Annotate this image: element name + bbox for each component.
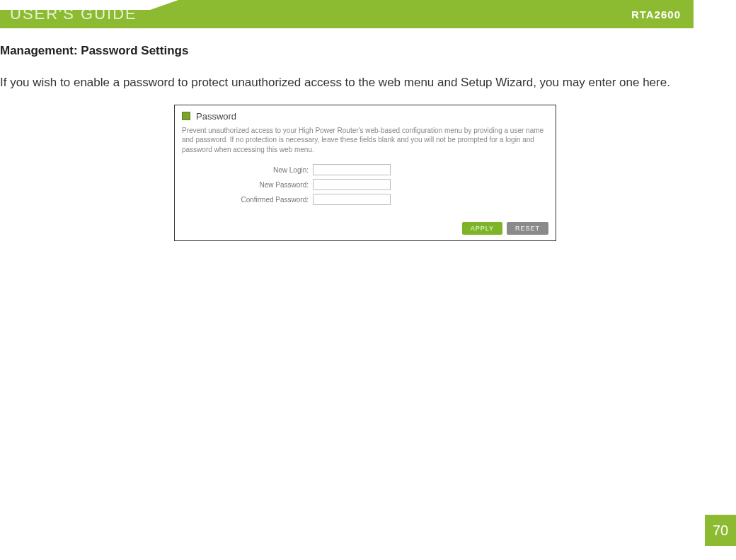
page-number: 70 (705, 515, 736, 546)
form-row-login: New Login: (182, 164, 548, 175)
panel-buttons: APPLY RESET (182, 222, 548, 235)
section-description: If you wish to enable a password to prot… (0, 74, 730, 92)
confirm-password-input[interactable] (313, 194, 391, 205)
header-tab-diagonal (150, 0, 178, 10)
form-row-confirm: Confirmed Password: (182, 194, 548, 205)
header-model: RTA2600 (631, 8, 681, 21)
panel-heading-text: Password (196, 111, 236, 122)
reset-button[interactable]: RESET (507, 222, 548, 235)
confirm-password-label: Confirmed Password: (182, 196, 313, 204)
new-login-label: New Login: (182, 166, 313, 174)
new-password-input[interactable] (313, 179, 391, 190)
password-panel: Password Prevent unauthorized access to … (174, 105, 556, 242)
header-tab-notch (0, 0, 150, 10)
panel-heading: Password (182, 111, 548, 122)
apply-button[interactable]: APPLY (462, 222, 502, 235)
new-password-label: New Password: (182, 181, 313, 189)
form-row-password: New Password: (182, 179, 548, 190)
panel-description: Prevent unauthorized access to your High… (182, 126, 548, 155)
square-icon (182, 112, 190, 120)
new-login-input[interactable] (313, 164, 391, 175)
section-title: Management: Password Settings (0, 44, 730, 58)
page-content: Management: Password Settings If you wis… (0, 28, 736, 241)
